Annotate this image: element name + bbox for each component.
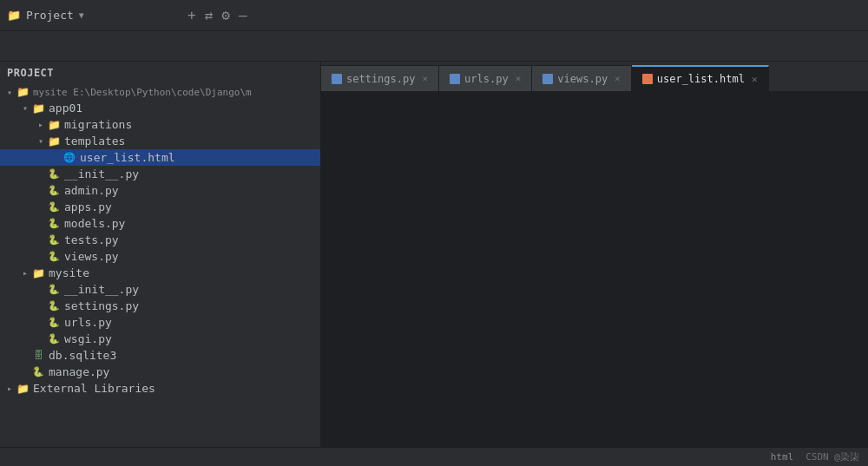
file-type-indicator: html (771, 451, 794, 463)
tree-arrow-mysite-root: ▾ (3, 88, 16, 97)
tree-icon-tests_py: 🐍 (47, 234, 61, 246)
tree-arrow-mysite-inner: ▸ (19, 268, 31, 278)
tab-user-list[interactable]: user_list.html ✕ (632, 65, 769, 91)
tree-icon-external_libs: 📁 (16, 383, 30, 395)
tab-settings-close[interactable]: ✕ (422, 73, 428, 84)
tab-urls-close[interactable]: ✕ (516, 73, 522, 84)
tree-arrow-external_libs: ▸ (3, 384, 16, 393)
tab-views-label: views.py (557, 73, 608, 85)
tree-arrow-app01: ▾ (19, 103, 31, 113)
add-action[interactable]: + (187, 7, 196, 23)
tree-item-wsgi_py[interactable]: 🐍wsgi.py (0, 331, 320, 347)
project-header-label: Project (7, 67, 54, 79)
tabs-bar (0, 31, 868, 62)
folder-icon-small: 📁 (7, 9, 21, 22)
py-icon (332, 74, 342, 84)
tree-item-init_py[interactable]: 🐍__init__.py (0, 166, 320, 182)
tree-label-manage_py: manage.py (49, 365, 109, 378)
sync-action[interactable]: ⇄ (205, 7, 214, 23)
tree-item-db_sqlite3[interactable]: 🗄db.sqlite3 (0, 347, 320, 364)
sidebar: Project ▾📁mysite E:\Desktop\Python\code\… (0, 62, 321, 447)
title-bar-actions: + ⇄ ⚙ — (187, 7, 247, 23)
title-bar-left: 📁 Project ▼ (7, 9, 181, 22)
tree-label-user_list_html: user_list.html (80, 151, 175, 164)
tree-icon-user_list_html: 🌐 (62, 152, 76, 164)
project-title[interactable]: Project (26, 9, 74, 22)
tree-icon-admin_py: 🐍 (47, 185, 61, 197)
tab-urls-label: urls.py (464, 73, 509, 85)
tree-label-app01: app01 (49, 102, 82, 115)
py-icon-2 (450, 74, 460, 84)
tree-item-user_list_html[interactable]: 🌐user_list.html (0, 149, 320, 166)
tab-settings-label: settings.py (346, 73, 415, 85)
tab-views[interactable]: views.py ✕ (532, 65, 631, 91)
tree-label-migrations: migrations (64, 118, 132, 131)
tree-item-models_py[interactable]: 🐍models.py (0, 215, 320, 232)
tree-item-mysite-inner[interactable]: ▸📁mysite (0, 265, 320, 281)
tab-user-list-label: user_list.html (657, 73, 745, 85)
tree-arrow-migrations: ▸ (35, 120, 47, 129)
tree-icon-wsgi_py: 🐍 (47, 333, 61, 345)
tab-user-list-close[interactable]: ✕ (752, 74, 758, 85)
line-numbers (321, 92, 358, 447)
tree-icon-templates: 📁 (47, 135, 61, 148)
main-area: Project ▾📁mysite E:\Desktop\Python\code\… (0, 62, 868, 447)
tree-item-urls_py[interactable]: 🐍urls.py (0, 314, 320, 331)
bottom-bar: html CSDN @染柒 (0, 447, 868, 466)
tree-icon-views_py_app01: 🐍 (47, 251, 61, 263)
tree-icon-urls_py: 🐍 (47, 317, 61, 329)
py-icon-3 (542, 74, 553, 84)
tree-label-admin_py: admin.py (64, 184, 119, 197)
tree-item-app01[interactable]: ▾📁app01 (0, 100, 320, 116)
tree-item-migrations[interactable]: ▸📁migrations (0, 116, 320, 133)
code-lines[interactable] (358, 92, 868, 447)
tree-label-mysite-inner: mysite (49, 266, 89, 279)
tree-label-urls_py: urls.py (64, 316, 112, 329)
tree-label-models_py: models.py (64, 217, 125, 230)
tree-label-wsgi_py: wsgi.py (64, 332, 112, 345)
tree-label-mysite-root: mysite E:\Desktop\Python\code\Django\m (33, 87, 252, 98)
tree-item-init_py_mysite[interactable]: 🐍__init__.py (0, 281, 320, 298)
title-bar: 📁 Project ▼ + ⇄ ⚙ — (0, 0, 868, 31)
tree-icon-mysite-inner: 📁 (31, 267, 45, 279)
tree-label-init_py_mysite: __init__.py (64, 283, 139, 296)
tree-icon-migrations: 📁 (47, 119, 61, 131)
tab-settings[interactable]: settings.py ✕ (321, 65, 439, 91)
gear-action[interactable]: ⚙ (221, 7, 230, 23)
tree-icon-models_py: 🐍 (47, 218, 61, 230)
tree-item-settings_py[interactable]: 🐍settings.py (0, 298, 320, 314)
dropdown-icon: ▼ (79, 10, 84, 20)
tab-views-close[interactable]: ✕ (615, 73, 621, 84)
tree-icon-settings_py: 🐍 (47, 300, 61, 312)
tree-label-db_sqlite3: db.sqlite3 (49, 349, 116, 362)
tree-icon-apps_py: 🐍 (47, 201, 61, 213)
tree-icon-manage_py: 🐍 (31, 366, 45, 378)
tree-label-external_libs: External Libraries (33, 382, 155, 395)
editor-tabs: settings.py ✕ urls.py ✕ views.py ✕ user_… (321, 62, 868, 92)
tree-label-apps_py: apps.py (64, 200, 112, 213)
tree-item-external_libs[interactable]: ▸📁External Libraries (0, 380, 320, 397)
tree-icon-mysite-root: 📁 (16, 86, 30, 98)
tree-label-settings_py: settings.py (64, 299, 139, 312)
tree-item-manage_py[interactable]: 🐍manage.py (0, 364, 320, 380)
tree-label-init_py: __init__.py (64, 167, 139, 180)
tree-icon-init_py_mysite: 🐍 (47, 284, 61, 296)
file-tree: ▾📁mysite E:\Desktop\Python\code\Django\m… (0, 84, 320, 397)
tree-label-views_py_app01: views.py (64, 250, 119, 263)
tree-item-admin_py[interactable]: 🐍admin.py (0, 182, 320, 199)
tree-item-templates[interactable]: ▾📁templates (0, 133, 320, 149)
tree-icon-db_sqlite3: 🗄 (31, 350, 45, 362)
tab-urls[interactable]: urls.py ✕ (439, 65, 532, 91)
editor-area: settings.py ✕ urls.py ✕ views.py ✕ user_… (321, 62, 868, 447)
tree-label-tests_py: tests.py (64, 233, 119, 246)
tree-icon-init_py: 🐍 (47, 168, 61, 180)
tree-item-views_py_app01[interactable]: 🐍views.py (0, 248, 320, 265)
tree-arrow-templates: ▾ (35, 136, 47, 146)
sidebar-header: Project (0, 62, 320, 84)
tree-item-apps_py[interactable]: 🐍apps.py (0, 199, 320, 215)
tree-item-mysite-root[interactable]: ▾📁mysite E:\Desktop\Python\code\Django\m (0, 84, 320, 100)
tree-item-tests_py[interactable]: 🐍tests.py (0, 232, 320, 248)
code-editor[interactable] (321, 92, 868, 447)
watermark: CSDN @染柒 (806, 450, 859, 463)
minus-action[interactable]: — (239, 7, 247, 23)
